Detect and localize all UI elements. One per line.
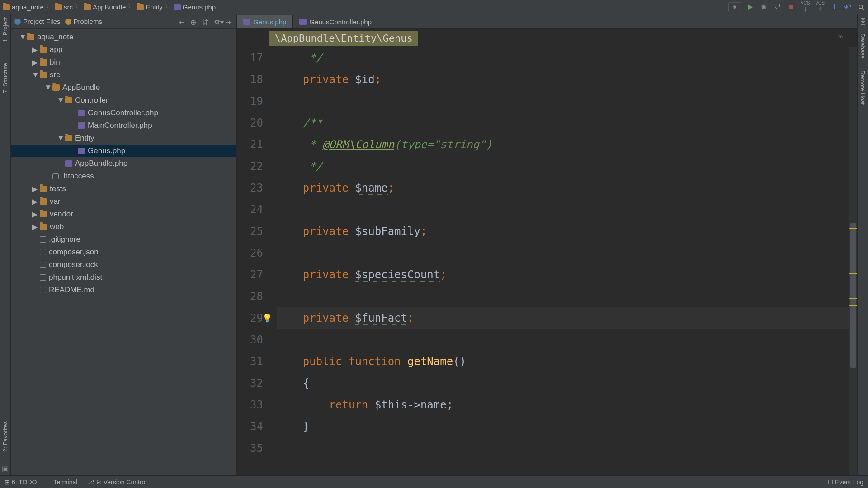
tree-item[interactable]: MainController.php bbox=[11, 119, 236, 132]
code-line[interactable] bbox=[277, 437, 849, 459]
tree-item[interactable]: composer.json bbox=[11, 246, 236, 258]
project-tab-files[interactable]: Project Files bbox=[14, 18, 61, 25]
tool-window-database[interactable]: Database bbox=[859, 33, 866, 59]
tree-item[interactable]: ▼aqua_note bbox=[11, 31, 236, 43]
expand-arrow-icon[interactable]: ▶ bbox=[32, 45, 37, 55]
status-version-control[interactable]: ⎇ 9: Version Control bbox=[87, 479, 146, 486]
project-tree[interactable]: ▼aqua_note▶app▶bin▼src▼AppBundle▼Control… bbox=[11, 29, 236, 475]
code-line[interactable] bbox=[277, 329, 849, 351]
tree-item[interactable]: ▶app bbox=[11, 43, 236, 56]
expand-arrow-icon[interactable]: ▼ bbox=[44, 83, 50, 92]
tree-item[interactable]: composer.lock bbox=[11, 258, 236, 271]
status-todo[interactable]: ⊞ 6: TODO bbox=[5, 479, 37, 486]
editor-tab[interactable]: Genus.php bbox=[237, 15, 293, 28]
breadcrumb-item[interactable]: Entity bbox=[137, 3, 163, 11]
code-line[interactable]: public function getName() bbox=[277, 351, 849, 372]
tree-item[interactable]: GenusController.php bbox=[11, 107, 236, 119]
database-icon[interactable]: 🗄 bbox=[859, 18, 867, 26]
push-icon[interactable]: ⤴ bbox=[830, 3, 838, 11]
fold-gutter[interactable] bbox=[269, 47, 277, 475]
sort-icon[interactable]: ⇵ bbox=[202, 18, 209, 25]
undo-icon[interactable]: ↶ bbox=[844, 3, 852, 11]
code-line[interactable] bbox=[277, 90, 849, 112]
expand-arrow-icon[interactable]: ▶ bbox=[32, 58, 37, 67]
collapse-icon[interactable]: ⇤ bbox=[179, 18, 186, 25]
tree-item[interactable]: phpunit.xml.dist bbox=[11, 271, 236, 284]
tree-item[interactable]: ▼AppBundle bbox=[11, 81, 236, 94]
code-line[interactable]: */ bbox=[277, 155, 849, 177]
code-line[interactable] bbox=[277, 242, 849, 264]
project-tab-problems[interactable]: Problems bbox=[65, 18, 102, 25]
code-line[interactable]: 💡 private $funFact; bbox=[277, 307, 849, 329]
tree-item[interactable]: ▼src bbox=[11, 69, 236, 81]
expand-arrow-icon[interactable]: ▼ bbox=[57, 96, 62, 105]
tool-window-favorites[interactable]: 2: Favorites bbox=[2, 421, 9, 452]
code-line[interactable]: private $id; bbox=[277, 69, 849, 90]
coverage-icon[interactable]: ⛉ bbox=[774, 3, 782, 11]
folder-icon bbox=[3, 4, 10, 10]
locate-icon[interactable]: ⊕ bbox=[190, 18, 198, 25]
expand-arrow-icon[interactable]: ▶ bbox=[32, 210, 37, 219]
breadcrumb-item[interactable]: aqua_note bbox=[3, 3, 44, 11]
code-line[interactable]: return $this->name; bbox=[277, 394, 849, 416]
code-lines[interactable]: */ private $id; /** * @ORM\Column(type="… bbox=[277, 47, 849, 475]
warning-mark[interactable] bbox=[849, 305, 857, 306]
warning-mark[interactable] bbox=[849, 228, 857, 229]
vcs-commit-button[interactable]: VCS↑ bbox=[815, 1, 825, 13]
code-line[interactable]: /** bbox=[277, 112, 849, 134]
tree-item[interactable]: Genus.php bbox=[11, 145, 236, 157]
expand-arrow-icon[interactable]: ▼ bbox=[19, 33, 24, 42]
intention-bulb-icon[interactable]: 💡 bbox=[262, 307, 272, 329]
code-line[interactable]: } bbox=[277, 416, 849, 437]
tree-item[interactable]: ▼Controller bbox=[11, 94, 236, 107]
tree-item[interactable]: .htaccess bbox=[11, 170, 236, 183]
code-area[interactable]: 17181920212223242526272829303132333435 *… bbox=[237, 47, 857, 475]
code-line[interactable] bbox=[277, 199, 849, 221]
code-line[interactable]: */ bbox=[277, 47, 849, 69]
tree-item[interactable]: ▶tests bbox=[11, 183, 236, 195]
tree-item[interactable]: ▶bin bbox=[11, 56, 236, 69]
tool-windows-toggle-icon[interactable]: ▣ bbox=[1, 465, 9, 473]
expand-arrow-icon[interactable]: ▶ bbox=[32, 184, 37, 194]
play-icon[interactable] bbox=[746, 3, 755, 11]
breadcrumb-item[interactable]: Genus.php bbox=[174, 3, 216, 11]
tree-item[interactable]: AppBundle.php bbox=[11, 157, 236, 170]
warning-mark[interactable] bbox=[849, 273, 857, 274]
warning-mark[interactable] bbox=[849, 298, 857, 299]
code-line[interactable]: private $name; bbox=[277, 177, 849, 199]
expand-arrow-icon[interactable]: ▼ bbox=[57, 134, 62, 143]
breadcrumb-item[interactable]: AppBundle bbox=[84, 3, 126, 11]
tool-window-remote-host[interactable]: Remote Host bbox=[859, 70, 866, 105]
error-stripe[interactable] bbox=[849, 47, 857, 475]
debug-icon[interactable]: ✺ bbox=[760, 3, 768, 11]
hide-icon[interactable]: ⇥ bbox=[226, 18, 233, 25]
tree-item[interactable]: ▼Entity bbox=[11, 132, 236, 145]
scrollbar-thumb[interactable] bbox=[850, 223, 856, 368]
expand-arrow-icon[interactable]: ▶ bbox=[32, 197, 37, 206]
tree-item[interactable]: ▶var bbox=[11, 195, 236, 208]
code-line[interactable]: * @ORM\Column(type="string") bbox=[277, 134, 849, 155]
search-icon[interactable] bbox=[857, 3, 865, 11]
tree-item[interactable]: README.md bbox=[11, 284, 236, 296]
namespace-breadcrumb[interactable]: \AppBundle\Entity\Genus bbox=[269, 31, 418, 46]
breadcrumb-item[interactable]: src bbox=[55, 3, 73, 11]
code-line[interactable]: { bbox=[277, 372, 849, 394]
gear-icon[interactable]: ⚙▾ bbox=[214, 18, 221, 25]
status-event-log[interactable]: Event Log bbox=[828, 479, 863, 486]
tree-item[interactable]: ▶web bbox=[11, 221, 236, 233]
tree-item[interactable]: .gitignore bbox=[11, 233, 236, 246]
inspections-eye-icon[interactable]: 👁 bbox=[837, 33, 844, 41]
editor-tab[interactable]: GenusController.php bbox=[293, 15, 378, 28]
stop-icon[interactable] bbox=[787, 3, 795, 11]
tool-window-project[interactable]: 1: Project bbox=[2, 17, 9, 42]
run-config-dropdown[interactable]: ▾ bbox=[728, 2, 741, 12]
status-terminal[interactable]: Terminal bbox=[47, 479, 77, 486]
vcs-update-button[interactable]: VCS↓ bbox=[801, 1, 810, 13]
expand-arrow-icon[interactable]: ▼ bbox=[32, 70, 37, 80]
tool-window-structure[interactable]: 7: Structure bbox=[2, 63, 9, 93]
code-line[interactable]: private $subFamily; bbox=[277, 221, 849, 242]
code-line[interactable] bbox=[277, 286, 849, 307]
expand-arrow-icon[interactable]: ▶ bbox=[32, 222, 37, 232]
code-line[interactable]: private $speciesCount; bbox=[277, 264, 849, 286]
tree-item[interactable]: ▶vendor bbox=[11, 208, 236, 221]
